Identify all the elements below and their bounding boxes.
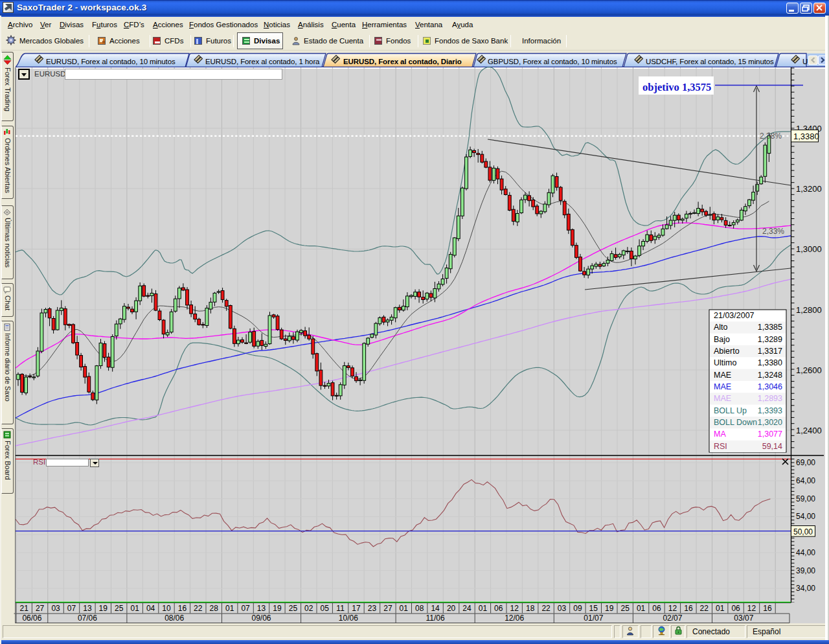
svg-text:19: 19 [99, 604, 108, 613]
svg-text:02: 02 [304, 604, 313, 613]
svg-text:1,3046: 1,3046 [758, 382, 782, 391]
svg-text:1,2600: 1,2600 [796, 365, 822, 375]
svg-text:16: 16 [763, 604, 772, 613]
svg-text:12/06: 12/06 [505, 614, 524, 623]
svg-text:19: 19 [273, 604, 282, 613]
svg-text:22: 22 [541, 604, 551, 613]
svg-text:1,2893: 1,2893 [758, 394, 782, 403]
svg-text:11: 11 [336, 604, 345, 613]
svg-text:BOLL Up: BOLL Up [714, 406, 747, 415]
svg-text:11/06: 11/06 [426, 614, 445, 623]
svg-text:13: 13 [83, 604, 92, 613]
svg-text:01: 01 [400, 604, 409, 613]
svg-text:59,00: 59,00 [796, 494, 815, 503]
svg-text:28: 28 [210, 604, 219, 613]
svg-text:17: 17 [352, 604, 361, 613]
svg-text:03: 03 [51, 604, 60, 613]
svg-text:06: 06 [652, 604, 661, 613]
svg-text:1,3248: 1,3248 [758, 371, 782, 380]
svg-text:2,38%: 2,38% [760, 132, 782, 141]
svg-text:08/06: 08/06 [165, 614, 184, 623]
svg-text:1,3000: 1,3000 [796, 244, 822, 254]
svg-text:24: 24 [462, 604, 471, 613]
svg-text:25: 25 [621, 604, 630, 613]
svg-text:07/06: 07/06 [78, 614, 97, 623]
svg-text:12: 12 [747, 604, 756, 613]
svg-text:09/06: 09/06 [251, 614, 271, 623]
svg-text:Abierto: Abierto [714, 347, 740, 356]
svg-text:01: 01 [716, 604, 725, 613]
svg-text:23: 23 [368, 604, 377, 613]
svg-text:15: 15 [589, 604, 598, 613]
svg-text:01/07: 01/07 [584, 614, 603, 623]
svg-text:Bajo: Bajo [714, 335, 730, 344]
svg-text:02/07: 02/07 [663, 614, 682, 623]
svg-text:06/06: 06/06 [22, 614, 41, 623]
svg-text:10/06: 10/06 [339, 614, 358, 623]
svg-text:08: 08 [415, 604, 424, 613]
svg-text:1,3200: 1,3200 [796, 184, 822, 194]
svg-text:64,00: 64,00 [796, 476, 815, 485]
svg-text:69,00: 69,00 [796, 458, 815, 467]
svg-text:1,3317: 1,3317 [758, 347, 782, 356]
svg-text:34,00: 34,00 [796, 584, 815, 593]
svg-text:25: 25 [115, 604, 124, 613]
svg-text:06: 06 [494, 604, 503, 613]
svg-text:1,2400: 1,2400 [796, 426, 822, 435]
svg-text:1,3077: 1,3077 [758, 430, 782, 439]
svg-text:Ultimo: Ultimo [714, 358, 736, 367]
svg-text:1,3385: 1,3385 [758, 323, 782, 332]
svg-text:54,00: 54,00 [796, 512, 815, 521]
svg-text:03: 03 [558, 604, 567, 613]
svg-text:01: 01 [131, 604, 140, 613]
svg-text:20: 20 [447, 604, 456, 613]
svg-text:13: 13 [257, 604, 266, 613]
svg-text:22: 22 [700, 604, 709, 613]
svg-text:03/07: 03/07 [734, 614, 753, 623]
svg-text:10: 10 [162, 604, 171, 613]
svg-text:04: 04 [146, 604, 155, 613]
svg-text:22: 22 [194, 604, 203, 613]
svg-text:27: 27 [383, 604, 392, 613]
svg-text:05: 05 [321, 604, 330, 613]
svg-text:MAE: MAE [714, 382, 731, 391]
svg-text:Alto: Alto [714, 323, 728, 332]
svg-text:25: 25 [289, 604, 298, 613]
svg-text:1,2800: 1,2800 [796, 305, 822, 315]
svg-text:MAE: MAE [714, 371, 731, 380]
svg-text:07: 07 [67, 604, 76, 613]
svg-text:50,00: 50,00 [793, 527, 813, 536]
svg-text:1,3380: 1,3380 [793, 132, 819, 141]
svg-text:01: 01 [225, 604, 234, 613]
svg-text:19: 19 [605, 604, 614, 613]
svg-text:16: 16 [178, 604, 187, 613]
svg-text:14: 14 [431, 604, 440, 613]
svg-text:01: 01 [479, 604, 488, 613]
svg-text:39,00: 39,00 [796, 566, 815, 575]
svg-text:01: 01 [637, 604, 646, 613]
svg-text:RSI: RSI [714, 442, 727, 451]
svg-text:objetivo 1,3575: objetivo 1,3575 [642, 81, 711, 93]
svg-text:1,3393: 1,3393 [758, 406, 782, 415]
svg-text:16: 16 [684, 604, 693, 613]
svg-text:12: 12 [668, 604, 677, 613]
svg-text:MA: MA [714, 430, 726, 439]
svg-text:2,33%: 2,33% [762, 227, 784, 236]
svg-text:27: 27 [36, 604, 45, 613]
svg-text:07: 07 [241, 604, 250, 613]
svg-text:BOLL Down: BOLL Down [714, 418, 757, 427]
svg-text:1,3380: 1,3380 [758, 358, 782, 367]
svg-text:1,3289: 1,3289 [758, 335, 782, 344]
svg-text:12: 12 [510, 604, 519, 613]
svg-text:06: 06 [731, 604, 740, 613]
svg-text:59,14: 59,14 [762, 442, 782, 451]
svg-text:21: 21 [20, 604, 29, 613]
svg-text:1,3020: 1,3020 [758, 418, 782, 427]
svg-text:09: 09 [573, 604, 582, 613]
svg-text:44,00: 44,00 [796, 548, 815, 557]
svg-text:18: 18 [526, 604, 535, 613]
svg-text:MAE: MAE [714, 394, 731, 403]
svg-text:21/03/2007: 21/03/2007 [714, 311, 755, 320]
